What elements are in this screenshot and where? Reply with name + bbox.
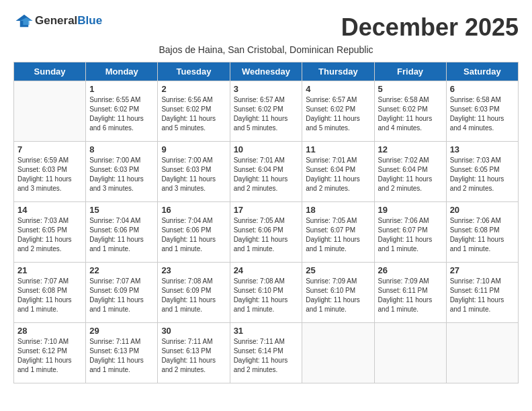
day-info: Sunrise: 7:04 AM Sunset: 6:06 PM Dayligh… [161, 216, 226, 254]
day-number: 30 [161, 326, 226, 336]
day-number: 9 [161, 144, 226, 154]
day-info: Sunrise: 7:11 AM Sunset: 6:13 PM Dayligh… [89, 337, 154, 375]
calendar-cell: 21Sunrise: 7:07 AM Sunset: 6:08 PM Dayli… [14, 263, 86, 323]
day-number: 8 [89, 144, 154, 154]
day-info: Sunrise: 7:08 AM Sunset: 6:09 PM Dayligh… [161, 277, 226, 314]
day-header-tuesday: Tuesday [158, 62, 230, 81]
calendar-cell [374, 323, 446, 383]
calendar-cell: 18Sunrise: 7:05 AM Sunset: 6:07 PM Dayli… [302, 202, 374, 263]
calendar-cell: 24Sunrise: 7:08 AM Sunset: 6:10 PM Dayli… [230, 263, 302, 323]
subtitle: Bajos de Haina, San Cristobal, Dominican… [13, 44, 519, 55]
day-number: 1 [89, 84, 154, 94]
calendar-cell: 27Sunrise: 7:10 AM Sunset: 6:11 PM Dayli… [446, 263, 518, 323]
day-info: Sunrise: 7:10 AM Sunset: 6:11 PM Dayligh… [450, 277, 515, 314]
week-row-4: 21Sunrise: 7:07 AM Sunset: 6:08 PM Dayli… [14, 263, 519, 323]
calendar-cell [14, 81, 86, 142]
day-number: 20 [450, 205, 515, 215]
day-info: Sunrise: 7:04 AM Sunset: 6:06 PM Dayligh… [89, 216, 154, 254]
day-info: Sunrise: 7:02 AM Sunset: 6:04 PM Dayligh… [378, 156, 443, 193]
day-number: 25 [306, 265, 370, 275]
day-number: 26 [378, 265, 443, 275]
week-row-3: 14Sunrise: 7:03 AM Sunset: 6:05 PM Dayli… [14, 202, 519, 263]
day-info: Sunrise: 7:05 AM Sunset: 6:06 PM Dayligh… [234, 216, 299, 254]
calendar-cell: 16Sunrise: 7:04 AM Sunset: 6:06 PM Dayli… [158, 202, 230, 263]
calendar-cell: 14Sunrise: 7:03 AM Sunset: 6:05 PM Dayli… [14, 202, 86, 263]
day-header-wednesday: Wednesday [230, 62, 302, 81]
day-header-sunday: Sunday [14, 62, 86, 81]
day-number: 18 [306, 205, 370, 215]
logo-blue: Blue [77, 14, 102, 27]
day-number: 16 [161, 205, 226, 215]
day-info: Sunrise: 6:57 AM Sunset: 6:02 PM Dayligh… [234, 95, 299, 133]
calendar-cell: 23Sunrise: 7:08 AM Sunset: 6:09 PM Dayli… [158, 263, 230, 323]
day-info: Sunrise: 7:06 AM Sunset: 6:08 PM Dayligh… [450, 216, 515, 254]
day-number: 3 [234, 84, 299, 94]
day-number: 2 [161, 84, 226, 94]
calendar-cell: 25Sunrise: 7:09 AM Sunset: 6:10 PM Dayli… [302, 263, 374, 323]
day-info: Sunrise: 6:56 AM Sunset: 6:02 PM Dayligh… [161, 95, 226, 133]
logo: GeneralBlue [13, 13, 102, 28]
calendar-cell: 22Sunrise: 7:07 AM Sunset: 6:09 PM Dayli… [86, 263, 158, 323]
day-info: Sunrise: 6:59 AM Sunset: 6:03 PM Dayligh… [17, 156, 82, 193]
calendar-cell: 1Sunrise: 6:55 AM Sunset: 6:02 PM Daylig… [86, 81, 158, 142]
calendar-cell: 12Sunrise: 7:02 AM Sunset: 6:04 PM Dayli… [374, 142, 446, 202]
day-info: Sunrise: 7:05 AM Sunset: 6:07 PM Dayligh… [306, 216, 370, 254]
day-number: 12 [378, 144, 443, 154]
day-number: 17 [234, 205, 299, 215]
day-info: Sunrise: 6:55 AM Sunset: 6:02 PM Dayligh… [89, 95, 154, 133]
day-number: 28 [17, 326, 82, 336]
day-info: Sunrise: 7:10 AM Sunset: 6:12 PM Dayligh… [17, 337, 82, 375]
calendar-cell: 5Sunrise: 6:58 AM Sunset: 6:02 PM Daylig… [374, 81, 446, 142]
calendar-cell: 20Sunrise: 7:06 AM Sunset: 6:08 PM Dayli… [446, 202, 518, 263]
day-number: 7 [17, 144, 82, 154]
day-header-friday: Friday [374, 62, 446, 81]
day-info: Sunrise: 6:58 AM Sunset: 6:02 PM Dayligh… [378, 95, 443, 133]
day-number: 4 [306, 84, 370, 94]
day-header-saturday: Saturday [446, 62, 518, 81]
calendar-cell: 2Sunrise: 6:56 AM Sunset: 6:02 PM Daylig… [158, 81, 230, 142]
day-number: 14 [17, 205, 82, 215]
week-row-1: 1Sunrise: 6:55 AM Sunset: 6:02 PM Daylig… [14, 81, 519, 142]
day-info: Sunrise: 7:01 AM Sunset: 6:04 PM Dayligh… [234, 156, 299, 193]
day-header-thursday: Thursday [302, 62, 374, 81]
day-header-monday: Monday [86, 62, 158, 81]
calendar-cell: 19Sunrise: 7:06 AM Sunset: 6:07 PM Dayli… [374, 202, 446, 263]
logo-general: General [35, 14, 77, 27]
day-number: 31 [234, 326, 299, 336]
day-info: Sunrise: 7:11 AM Sunset: 6:14 PM Dayligh… [234, 337, 299, 375]
day-number: 6 [450, 84, 515, 94]
calendar-cell: 26Sunrise: 7:09 AM Sunset: 6:11 PM Dayli… [374, 263, 446, 323]
calendar-cell: 4Sunrise: 6:57 AM Sunset: 6:02 PM Daylig… [302, 81, 374, 142]
calendar-cell: 30Sunrise: 7:11 AM Sunset: 6:13 PM Dayli… [158, 323, 230, 383]
calendar-cell: 31Sunrise: 7:11 AM Sunset: 6:14 PM Dayli… [230, 323, 302, 383]
day-number: 11 [306, 144, 370, 154]
month-title: December 2025 [341, 13, 519, 42]
day-number: 23 [161, 265, 226, 275]
calendar-cell [302, 323, 374, 383]
day-info: Sunrise: 7:00 AM Sunset: 6:03 PM Dayligh… [89, 156, 154, 193]
day-info: Sunrise: 7:11 AM Sunset: 6:13 PM Dayligh… [161, 337, 226, 375]
calendar-cell: 6Sunrise: 6:58 AM Sunset: 6:03 PM Daylig… [446, 81, 518, 142]
calendar-cell: 7Sunrise: 6:59 AM Sunset: 6:03 PM Daylig… [14, 142, 86, 202]
day-number: 15 [89, 205, 154, 215]
day-info: Sunrise: 7:01 AM Sunset: 6:04 PM Dayligh… [306, 156, 370, 193]
calendar-cell [446, 323, 518, 383]
day-number: 27 [450, 265, 515, 275]
day-number: 10 [234, 144, 299, 154]
calendar-cell: 29Sunrise: 7:11 AM Sunset: 6:13 PM Dayli… [86, 323, 158, 383]
day-info: Sunrise: 7:09 AM Sunset: 6:10 PM Dayligh… [306, 277, 370, 314]
day-number: 5 [378, 84, 443, 94]
day-info: Sunrise: 7:07 AM Sunset: 6:09 PM Dayligh… [89, 277, 154, 314]
calendar-cell: 11Sunrise: 7:01 AM Sunset: 6:04 PM Dayli… [302, 142, 374, 202]
calendar-cell: 15Sunrise: 7:04 AM Sunset: 6:06 PM Dayli… [86, 202, 158, 263]
week-row-5: 28Sunrise: 7:10 AM Sunset: 6:12 PM Dayli… [14, 323, 519, 383]
day-info: Sunrise: 7:07 AM Sunset: 6:08 PM Dayligh… [17, 277, 82, 314]
day-info: Sunrise: 7:00 AM Sunset: 6:03 PM Dayligh… [161, 156, 226, 193]
calendar-table: SundayMondayTuesdayWednesdayThursdayFrid… [13, 62, 519, 383]
day-number: 29 [89, 326, 154, 336]
calendar-cell: 17Sunrise: 7:05 AM Sunset: 6:06 PM Dayli… [230, 202, 302, 263]
calendar-cell: 9Sunrise: 7:00 AM Sunset: 6:03 PM Daylig… [158, 142, 230, 202]
header-section: GeneralBlue December 2025 [13, 13, 519, 42]
calendar-cell: 3Sunrise: 6:57 AM Sunset: 6:02 PM Daylig… [230, 81, 302, 142]
day-info: Sunrise: 7:03 AM Sunset: 6:05 PM Dayligh… [17, 216, 82, 254]
